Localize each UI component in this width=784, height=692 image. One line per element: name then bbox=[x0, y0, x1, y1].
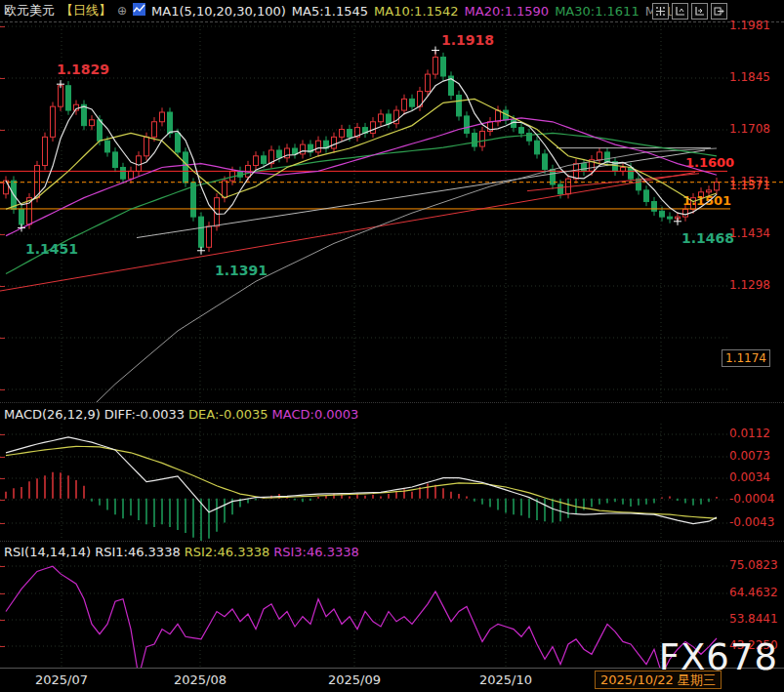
trading-app: { "header": { "symbol": "欧元美元", "period"… bbox=[0, 0, 784, 692]
macd-chart[interactable] bbox=[0, 424, 784, 541]
rsi-legend-row: RSI(14,14,14) RSI1:46.3338 RSI2:46.3338 … bbox=[0, 541, 784, 561]
fx678-watermark: FX678 bbox=[659, 636, 778, 678]
ma10-value: MA10:1.1542 bbox=[374, 4, 459, 19]
chart-toolbar bbox=[652, 3, 727, 20]
macd-legend-row: MACD(26,12,9) DIFF:-0.0033 DEA:-0.0035 M… bbox=[0, 402, 784, 425]
ma-settings-label: MA1(5,10,20,30,100) bbox=[151, 4, 286, 19]
date-label: 2025/08 bbox=[161, 672, 239, 687]
rsi1-value: RSI1:46.3338 bbox=[95, 545, 181, 559]
macd-dea-value: DEA:-0.0035 bbox=[188, 407, 268, 422]
date-label: 2025/07 bbox=[22, 672, 101, 687]
macd-title: MACD(26,12,9) bbox=[4, 407, 101, 422]
svg-text:1.1918: 1.1918 bbox=[441, 32, 494, 48]
svg-text:1.1468: 1.1468 bbox=[681, 230, 734, 246]
date-label: 2025/09 bbox=[315, 672, 393, 687]
symbol-title: 欧元美元 bbox=[4, 2, 55, 20]
svg-text:1.1451: 1.1451 bbox=[25, 241, 78, 257]
svg-text:1.1829: 1.1829 bbox=[57, 61, 109, 77]
ma20-value: MA20:1.1590 bbox=[465, 4, 550, 19]
svg-text:1.1391: 1.1391 bbox=[215, 263, 268, 278]
ma5-value: MA5:1.1545 bbox=[292, 4, 368, 19]
svg-text:1.1501: 1.1501 bbox=[682, 193, 731, 208]
macd-diff-value: DIFF:-0.0033 bbox=[104, 407, 185, 422]
circle-plus-icon[interactable]: ⊕ bbox=[117, 4, 127, 18]
axis-scale-right-icon[interactable] bbox=[691, 3, 708, 20]
rsi-title: RSI(14,14,14) bbox=[4, 545, 91, 559]
chart-thumbnail-icon bbox=[133, 3, 145, 19]
ma30-value: MA30:1.1611 bbox=[555, 4, 640, 19]
period-selector[interactable]: 【日线】 bbox=[61, 2, 111, 20]
date-label: 2025/10 bbox=[467, 672, 545, 687]
crosshair-icon[interactable] bbox=[652, 3, 669, 20]
rsi2-value: RSI2:46.3338 bbox=[185, 545, 270, 559]
axis-scale-up-icon[interactable] bbox=[672, 3, 688, 20]
main-price-chart[interactable]: 1.16001.15011.18291.19181.14511.13911.14… bbox=[0, 21, 784, 402]
rsi3-value: RSI3:46.3338 bbox=[273, 545, 359, 559]
macd-macd-value: MACD:0.0003 bbox=[272, 407, 359, 422]
exit-fullscreen-icon[interactable] bbox=[711, 3, 727, 20]
